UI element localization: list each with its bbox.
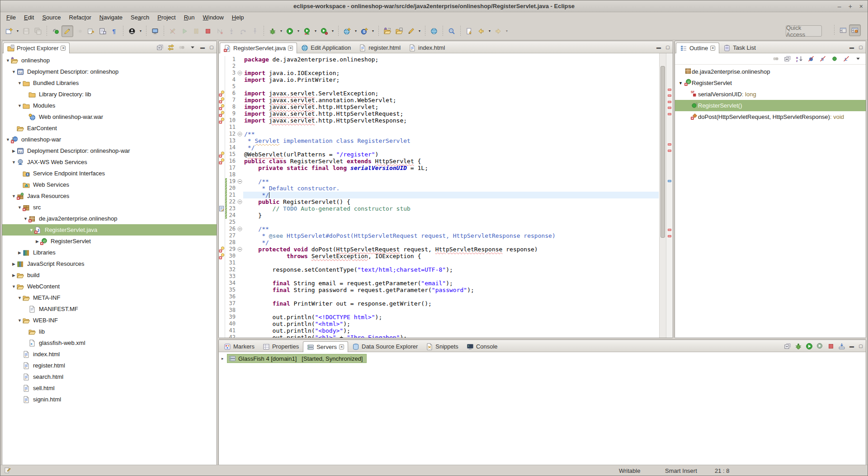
tree-item-onlineshop-war[interactable]: ▼Jonlineshop-war [2,134,217,145]
close-icon[interactable]: ✕ [61,46,66,51]
javaee-perspective-button[interactable] [849,24,861,36]
code-line-28[interactable]: 28 */ [219,239,659,246]
maximize-button[interactable]: ▢ [208,45,215,50]
code-line-4[interactable]: 4import java.io.PrintWriter; [219,76,659,83]
hide-nonpublic-button[interactable] [830,55,839,63]
menu-help[interactable]: Help [228,13,248,22]
tree-item-webcontent[interactable]: ▼WebContent [2,281,217,292]
tab-registerservlet-java[interactable]: JRegisterServlet.java✕ [220,42,297,53]
outline-item-de-java2enterprise-onlineshop[interactable]: de.java2enterprise.onlineshop [675,66,866,77]
tab-outline[interactable]: Outline✕ [676,42,719,53]
tree-item-web-services[interactable]: Web Services [2,179,217,190]
minimize-button[interactable]: ▬ [849,344,855,349]
debug-dropdown[interactable]: ▾ [278,25,284,37]
resume-button[interactable] [179,25,190,37]
close-icon[interactable]: ✕ [710,46,715,51]
expander-icon[interactable]: ▼ [11,284,17,289]
code-line-36[interactable]: 36 [219,293,659,300]
expander-icon[interactable]: ▼ [11,70,17,74]
code-line-5[interactable]: 5 [219,83,659,90]
error-overview-mark[interactable] [668,101,671,103]
pen-dropdown[interactable]: ▾ [417,25,422,37]
tree-item-earcontent[interactable]: EarContent [2,123,217,134]
minimize-button[interactable]: ▬ [199,45,206,50]
error-overview-mark[interactable] [668,143,671,146]
step-return-button[interactable] [249,25,261,37]
tree-item-java-resources[interactable]: ▼Java Resources [2,190,217,202]
tab-snippets[interactable]: Snippets [422,341,462,352]
new-servlet-button[interactable]: S [359,25,370,37]
close-icon[interactable]: ✕ [288,46,293,51]
focus-button[interactable] [178,43,186,52]
menu-refactor[interactable]: Refactor [65,13,95,22]
open-perspective-button[interactable] [837,24,849,36]
step-into-button[interactable] [226,25,237,37]
expander-icon[interactable]: ▶ [11,262,17,266]
error-overview-mark[interactable] [668,113,671,115]
new-web-dropdown[interactable]: ▾ [353,25,359,37]
back-button[interactable] [475,25,487,37]
tab-index-html[interactable]: index.html [405,42,449,53]
code-line-35[interactable]: 35 final String password = request.getPa… [219,287,659,293]
expander-icon[interactable]: ▼ [17,81,23,85]
code-line-9[interactable]: 9import javax.servlet.http.HttpServletRe… [219,110,659,117]
outline-item-registerservlet[interactable]: cRegisterServlet() [675,100,866,111]
code-line-13[interactable]: 13 * Servlet implementation class Regist… [219,137,659,144]
tree-item-lib[interactable]: lib [2,326,217,337]
tree-item-registerservlet-java[interactable]: ▼JRegisterServlet.java [2,224,217,236]
code-line-8[interactable]: 8import javax.servlet.http.HttpServlet; [219,104,659,110]
code-line-17[interactable]: 17 private static final long serialVersi… [219,165,659,171]
minimize-button[interactable]: ▬ [849,45,855,50]
expander-icon[interactable]: ▶ [17,250,23,255]
hide-local-button[interactable]: L [842,55,850,63]
window-close-button[interactable]: × [859,3,863,10]
error-overview-mark[interactable] [668,150,671,152]
tab-project-explorer[interactable]: Project Explorer✕ [3,42,70,53]
code-line-12[interactable]: 12/** [219,131,659,137]
server-selection[interactable]: GlassFish 4 [domain1] [Started, Synchron… [227,354,367,363]
tree-item-library-directory-lib[interactable]: Library Directory: lib [2,89,217,100]
outline-item-dopost-httpservletrequest-httpservletresponse[interactable]: doPost(HttpServletRequest, HttpServletRe… [675,111,866,123]
tree-item-modules[interactable]: ▼Modules [2,100,217,111]
tree-item-de-java2enterprise-onlineshop[interactable]: ▼de.java2enterprise.onlineshop [2,213,217,224]
expander-icon[interactable]: ▼ [17,318,23,323]
code-line-37[interactable]: 37 final PrintWriter out = response.getW… [219,300,659,307]
expander-icon[interactable]: ▶ [34,239,40,244]
run-last-tool-button[interactable] [50,25,61,37]
server-row[interactable]: ▸ GlassFish 4 [domain1] [Started, Synchr… [222,354,866,363]
code-line-25[interactable]: 25 [219,219,659,226]
tab-properties[interactable]: Properties [259,341,303,352]
maximize-button[interactable]: ▢ [858,344,864,349]
stop-server-button[interactable] [827,342,835,350]
tab-servers[interactable]: Servers✕ [303,341,348,352]
quick-access-button[interactable]: Quick Access [786,25,822,37]
code-line-40[interactable]: 40 out.println("<html>"); [219,320,659,327]
expander-icon[interactable]: ▼ [11,160,17,165]
error-overview-mark[interactable] [668,94,671,97]
expander-icon[interactable]: ▶ [11,149,17,153]
expander-icon[interactable]: ▼ [5,58,11,63]
error-overview-mark[interactable] [668,235,671,237]
menu-source[interactable]: Source [38,13,65,22]
expander-icon[interactable]: ▼ [679,81,684,85]
tree-item-deployment-descriptor-onlineshop[interactable]: ▼7.0Deployment Descriptor: onlineshop [2,66,217,77]
tab-data-source-explorer[interactable]: Data Source Explorer [348,341,422,352]
disconnect-button[interactable] [214,25,226,37]
tab-markers[interactable]: Markers [220,341,259,352]
last-edit-button[interactable] [463,25,475,37]
focus-button[interactable] [73,25,85,37]
code-editor[interactable]: 1package de.java2enterprise.onlineshop;2… [219,53,659,338]
run-button[interactable] [284,25,296,37]
code-line-26[interactable]: 26 /** [219,226,659,232]
code-line-11[interactable]: 11 [219,124,659,131]
editor-scrollbar[interactable] [659,53,666,338]
tree-item-javascript-resources[interactable]: ▶JavaScript Resources [2,258,217,269]
code-line-21[interactable]: 21 */ [219,192,659,198]
menu-navigate[interactable]: Navigate [95,13,127,22]
expander-icon[interactable]: ▼ [17,205,23,210]
tree-item-build[interactable]: ▶build [2,269,217,281]
tree-item-glassfish-web-xml[interactable]: xglassfish-web.xml [2,337,217,349]
code-line-15[interactable]: 15@WebServlet(urlPatterns = "/register") [219,151,659,158]
code-line-2[interactable]: 2 [219,63,659,70]
code-line-6[interactable]: 6import javax.servlet.ServletException; [219,90,659,97]
